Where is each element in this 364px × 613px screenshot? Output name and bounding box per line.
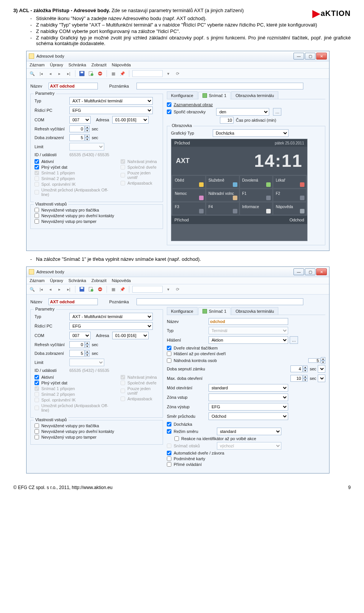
- nav-first-icon[interactable]: |◂: [38, 70, 45, 77]
- delete-icon[interactable]: [97, 286, 104, 293]
- tab-konfigurace[interactable]: Konfigurace: [167, 91, 198, 99]
- checkbox[interactable]: [167, 456, 171, 461]
- menu-item[interactable]: Záznam: [30, 278, 45, 283]
- adresa-select[interactable]: 01-00 [016]: [112, 116, 149, 124]
- nav-next-icon[interactable]: ▸: [56, 70, 63, 77]
- sn-hlaseni-select[interactable]: Aktion: [209, 336, 288, 344]
- more-button[interactable]: …: [273, 108, 281, 116]
- ridici-select[interactable]: EFG: [69, 322, 153, 330]
- search-icon[interactable]: 🔍: [29, 70, 36, 77]
- chk-nahodna[interactable]: [167, 358, 171, 363]
- max-ot-spinner[interactable]: ▲▼: [290, 375, 308, 382]
- menu-item[interactable]: Schránka: [69, 63, 86, 67]
- checkbox[interactable]: [35, 429, 39, 434]
- refresh-icon[interactable]: ⟳: [174, 286, 181, 293]
- nav-next-icon[interactable]: ▸: [56, 286, 63, 293]
- refresh-icon[interactable]: ⟳: [174, 70, 181, 77]
- checkbox[interactable]: [35, 219, 39, 224]
- com-select[interactable]: 007: [69, 116, 91, 124]
- toolbar-combo[interactable]: [132, 70, 163, 77]
- maximize-button[interactable]: ▢: [305, 268, 315, 275]
- typ-select[interactable]: AXT - Multifunkční terminál: [69, 313, 153, 320]
- chk-zaznamenavat[interactable]: [167, 102, 171, 107]
- doba-spinner[interactable]: ▲▼: [69, 350, 89, 357]
- checkbox[interactable]: [167, 429, 171, 434]
- menu-item[interactable]: Zobrazit: [91, 278, 107, 283]
- menu-item[interactable]: Zobrazit: [91, 63, 107, 67]
- checkbox[interactable]: [167, 462, 171, 467]
- nahodna-spinner[interactable]: ▲▼: [308, 357, 325, 364]
- zona-vystup-select[interactable]: EFG: [209, 403, 288, 411]
- new-icon[interactable]: [88, 70, 94, 77]
- com-select[interactable]: 007: [69, 332, 91, 339]
- pin-icon[interactable]: 📌: [119, 70, 126, 77]
- nav-prev-icon[interactable]: ◂: [47, 286, 54, 293]
- refresh-spinner[interactable]: ▲▼: [69, 125, 89, 132]
- menu-item[interactable]: Schránka: [69, 278, 86, 283]
- menu-item[interactable]: Nápověda: [112, 63, 131, 67]
- checkbox[interactable]: [35, 381, 39, 385]
- unit-select[interactable]: [318, 365, 325, 373]
- doba-sep-spinner[interactable]: ▲▼: [290, 365, 308, 372]
- checkbox[interactable]: [167, 346, 171, 350]
- sporic-select[interactable]: den: [216, 108, 269, 116]
- tab-snimac1[interactable]: Snímač 1: [198, 92, 231, 99]
- checkbox[interactable]: [35, 208, 39, 212]
- minimize-button[interactable]: —: [293, 268, 304, 275]
- grid-icon[interactable]: ▦: [110, 70, 117, 77]
- note-input[interactable]: [136, 298, 303, 305]
- unit-select[interactable]: [318, 375, 325, 382]
- nav-last-icon[interactable]: ▸|: [65, 286, 72, 293]
- adresa-select[interactable]: 01-00 [016]: [112, 332, 149, 339]
- grid-icon[interactable]: ▦: [110, 286, 117, 293]
- close-button[interactable]: ✕: [316, 268, 327, 275]
- smer-select[interactable]: Odchod: [209, 412, 288, 420]
- dropdown-icon[interactable]: ▾: [165, 286, 172, 293]
- save-icon[interactable]: [78, 286, 85, 293]
- checkbox[interactable]: [35, 375, 39, 379]
- tab-snimac1[interactable]: Snímač 1: [198, 307, 231, 315]
- chk-sporic[interactable]: [167, 110, 171, 114]
- mod-select[interactable]: standard: [209, 384, 288, 392]
- checkbox[interactable]: [167, 422, 171, 426]
- refresh-spinner[interactable]: ▲▼: [69, 341, 89, 348]
- checkbox[interactable]: [35, 165, 39, 169]
- nav-last-icon[interactable]: ▸|: [65, 70, 72, 77]
- checkbox[interactable]: [35, 435, 39, 439]
- menu-item[interactable]: Úpravy: [50, 278, 63, 283]
- inline-select[interactable]: standard: [217, 428, 281, 435]
- save-icon[interactable]: [78, 70, 85, 77]
- menu-item[interactable]: Záznam: [30, 63, 45, 67]
- checkbox[interactable]: [167, 351, 171, 356]
- nav-prev-icon[interactable]: ◂: [47, 70, 54, 77]
- toolbar-combo[interactable]: [132, 286, 163, 293]
- checkbox[interactable]: [167, 451, 171, 455]
- tab-obrazovka[interactable]: Obrazovka terminálu: [231, 91, 278, 99]
- nav-first-icon[interactable]: |◂: [38, 286, 45, 293]
- menu-item[interactable]: Nápověda: [112, 278, 131, 283]
- minimize-button[interactable]: —: [293, 53, 304, 60]
- ridici-select[interactable]: EFG: [69, 107, 153, 114]
- search-icon[interactable]: 🔍: [29, 286, 36, 293]
- checkbox[interactable]: [35, 213, 39, 218]
- checkbox[interactable]: [174, 436, 179, 441]
- typ-select[interactable]: AXT - Multifunkční terminál: [69, 97, 153, 105]
- checkbox[interactable]: [35, 159, 39, 164]
- note-input[interactable]: [136, 83, 303, 89]
- tab-konfigurace[interactable]: Konfigurace: [167, 307, 198, 315]
- name-input[interactable]: [49, 298, 98, 305]
- sn-nazev-input[interactable]: [209, 318, 288, 325]
- new-icon[interactable]: [88, 286, 94, 293]
- dropdown-icon[interactable]: ▾: [165, 70, 172, 77]
- pin-icon[interactable]: 📌: [119, 286, 126, 293]
- checkbox[interactable]: [35, 423, 39, 428]
- delete-icon[interactable]: [97, 70, 104, 77]
- maximize-button[interactable]: ▢: [305, 53, 315, 60]
- doba-spinner[interactable]: ▲▼: [69, 134, 89, 141]
- name-input[interactable]: [49, 83, 98, 89]
- zona-vstup-select[interactable]: [209, 394, 288, 401]
- close-button[interactable]: ✕: [316, 53, 327, 60]
- more-button[interactable]: …: [290, 336, 298, 344]
- menu-item[interactable]: Úpravy: [50, 63, 63, 67]
- cas-input[interactable]: [220, 117, 234, 124]
